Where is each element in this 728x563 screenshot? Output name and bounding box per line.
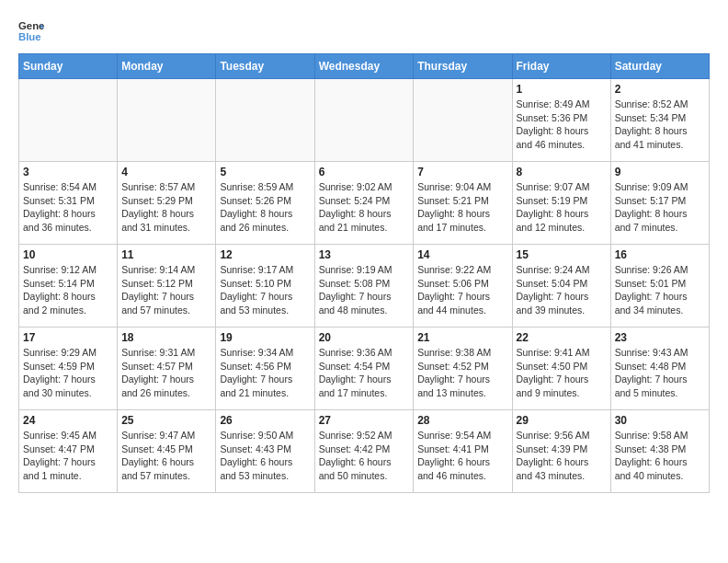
calendar-cell: 30Sunrise: 9:58 AM Sunset: 4:38 PM Dayli… (610, 410, 709, 493)
day-number: 29 (517, 414, 607, 427)
day-info: Sunrise: 9:02 AM Sunset: 5:24 PM Dayligh… (319, 180, 410, 235)
calendar-cell (19, 79, 118, 162)
calendar-header-row: SundayMondayTuesdayWednesdayThursdayFrid… (19, 54, 710, 79)
day-number: 13 (319, 248, 410, 261)
calendar-cell: 19Sunrise: 9:34 AM Sunset: 4:56 PM Dayli… (216, 327, 314, 410)
calendar-cell: 18Sunrise: 9:31 AM Sunset: 4:57 PM Dayli… (118, 327, 216, 410)
calendar-cell: 26Sunrise: 9:50 AM Sunset: 4:43 PM Dayli… (216, 410, 314, 493)
day-info: Sunrise: 9:38 AM Sunset: 4:52 PM Dayligh… (417, 346, 507, 400)
day-info: Sunrise: 8:57 AM Sunset: 5:29 PM Dayligh… (121, 180, 211, 235)
day-number: 6 (319, 166, 410, 178)
calendar-cell: 24Sunrise: 9:45 AM Sunset: 4:47 PM Dayli… (19, 410, 118, 493)
calendar-cell: 11Sunrise: 9:14 AM Sunset: 5:12 PM Dayli… (118, 245, 216, 327)
day-number: 20 (319, 331, 410, 344)
calendar-cell (414, 79, 512, 162)
day-info: Sunrise: 9:12 AM Sunset: 5:14 PM Dayligh… (23, 263, 113, 317)
svg-text:Blue: Blue (18, 31, 41, 42)
calendar-cell (216, 79, 314, 162)
day-info: Sunrise: 9:34 AM Sunset: 4:56 PM Dayligh… (220, 346, 310, 400)
header-thursday: Thursday (414, 54, 512, 79)
day-info: Sunrise: 9:19 AM Sunset: 5:08 PM Dayligh… (319, 263, 410, 317)
day-info: Sunrise: 9:14 AM Sunset: 5:12 PM Dayligh… (121, 263, 211, 317)
week-row-3: 10Sunrise: 9:12 AM Sunset: 5:14 PM Dayli… (19, 245, 710, 327)
day-info: Sunrise: 9:52 AM Sunset: 4:42 PM Dayligh… (319, 429, 410, 483)
calendar-cell: 17Sunrise: 9:29 AM Sunset: 4:59 PM Dayli… (19, 327, 118, 410)
calendar-cell: 28Sunrise: 9:54 AM Sunset: 4:41 PM Dayli… (414, 410, 512, 493)
calendar-cell: 16Sunrise: 9:26 AM Sunset: 5:01 PM Dayli… (610, 245, 709, 327)
calendar-cell: 3Sunrise: 8:54 AM Sunset: 5:31 PM Daylig… (19, 162, 118, 245)
day-number: 9 (615, 166, 705, 178)
day-number: 11 (121, 248, 211, 261)
calendar-cell: 7Sunrise: 9:04 AM Sunset: 5:21 PM Daylig… (414, 162, 512, 245)
week-row-2: 3Sunrise: 8:54 AM Sunset: 5:31 PM Daylig… (19, 162, 710, 245)
header-friday: Friday (512, 54, 610, 79)
day-number: 18 (121, 331, 211, 344)
day-info: Sunrise: 9:58 AM Sunset: 4:38 PM Dayligh… (615, 429, 705, 483)
day-number: 8 (517, 166, 607, 178)
day-number: 23 (615, 331, 705, 344)
day-number: 4 (121, 166, 211, 178)
header-sunday: Sunday (19, 54, 118, 79)
calendar-cell (118, 79, 216, 162)
calendar-cell: 22Sunrise: 9:41 AM Sunset: 4:50 PM Dayli… (512, 327, 610, 410)
day-info: Sunrise: 9:47 AM Sunset: 4:45 PM Dayligh… (121, 429, 211, 483)
calendar-cell: 4Sunrise: 8:57 AM Sunset: 5:29 PM Daylig… (118, 162, 216, 245)
day-number: 28 (417, 414, 507, 427)
day-number: 10 (23, 248, 113, 261)
day-info: Sunrise: 8:52 AM Sunset: 5:34 PM Dayligh… (615, 98, 705, 152)
calendar-cell: 25Sunrise: 9:47 AM Sunset: 4:45 PM Dayli… (118, 410, 216, 493)
week-row-5: 24Sunrise: 9:45 AM Sunset: 4:47 PM Dayli… (19, 410, 710, 493)
day-number: 17 (23, 331, 113, 344)
day-info: Sunrise: 9:26 AM Sunset: 5:01 PM Dayligh… (615, 263, 705, 317)
week-row-1: 1Sunrise: 8:49 AM Sunset: 5:36 PM Daylig… (19, 79, 710, 162)
header-monday: Monday (118, 54, 216, 79)
calendar-cell: 20Sunrise: 9:36 AM Sunset: 4:54 PM Dayli… (314, 327, 414, 410)
logo-icon: General Blue (18, 18, 44, 44)
day-info: Sunrise: 9:04 AM Sunset: 5:21 PM Dayligh… (417, 180, 507, 235)
header-saturday: Saturday (610, 54, 709, 79)
day-info: Sunrise: 9:56 AM Sunset: 4:39 PM Dayligh… (517, 429, 607, 483)
calendar-cell (314, 79, 414, 162)
day-info: Sunrise: 8:49 AM Sunset: 5:36 PM Dayligh… (517, 98, 607, 152)
day-info: Sunrise: 9:31 AM Sunset: 4:57 PM Dayligh… (121, 346, 211, 400)
day-number: 22 (517, 331, 607, 344)
day-info: Sunrise: 9:54 AM Sunset: 4:41 PM Dayligh… (417, 429, 507, 483)
header-wednesday: Wednesday (314, 54, 414, 79)
calendar-cell: 5Sunrise: 8:59 AM Sunset: 5:26 PM Daylig… (216, 162, 314, 245)
day-number: 30 (615, 414, 705, 427)
calendar-cell: 27Sunrise: 9:52 AM Sunset: 4:42 PM Dayli… (314, 410, 414, 493)
day-number: 16 (615, 248, 705, 261)
day-number: 26 (220, 414, 310, 427)
day-info: Sunrise: 9:24 AM Sunset: 5:04 PM Dayligh… (517, 263, 607, 317)
day-number: 2 (615, 83, 705, 96)
day-info: Sunrise: 9:29 AM Sunset: 4:59 PM Dayligh… (23, 346, 113, 400)
calendar-cell: 15Sunrise: 9:24 AM Sunset: 5:04 PM Dayli… (512, 245, 610, 327)
calendar-cell: 6Sunrise: 9:02 AM Sunset: 5:24 PM Daylig… (314, 162, 414, 245)
calendar-cell: 8Sunrise: 9:07 AM Sunset: 5:19 PM Daylig… (512, 162, 610, 245)
day-info: Sunrise: 9:45 AM Sunset: 4:47 PM Dayligh… (23, 429, 113, 483)
day-number: 24 (23, 414, 113, 427)
day-number: 27 (319, 414, 410, 427)
day-number: 5 (220, 166, 310, 178)
header-tuesday: Tuesday (216, 54, 314, 79)
day-info: Sunrise: 9:43 AM Sunset: 4:48 PM Dayligh… (615, 346, 705, 400)
svg-text:General: General (18, 20, 44, 31)
calendar-cell: 23Sunrise: 9:43 AM Sunset: 4:48 PM Dayli… (610, 327, 709, 410)
day-info: Sunrise: 9:50 AM Sunset: 4:43 PM Dayligh… (220, 429, 310, 483)
week-row-4: 17Sunrise: 9:29 AM Sunset: 4:59 PM Dayli… (19, 327, 710, 410)
calendar-cell: 29Sunrise: 9:56 AM Sunset: 4:39 PM Dayli… (512, 410, 610, 493)
day-number: 12 (220, 248, 310, 261)
day-info: Sunrise: 9:07 AM Sunset: 5:19 PM Dayligh… (517, 180, 607, 235)
calendar-cell: 10Sunrise: 9:12 AM Sunset: 5:14 PM Dayli… (19, 245, 118, 327)
day-info: Sunrise: 9:17 AM Sunset: 5:10 PM Dayligh… (220, 263, 310, 317)
day-number: 7 (417, 166, 507, 178)
calendar-cell: 12Sunrise: 9:17 AM Sunset: 5:10 PM Dayli… (216, 245, 314, 327)
day-number: 15 (517, 248, 607, 261)
day-info: Sunrise: 9:36 AM Sunset: 4:54 PM Dayligh… (319, 346, 410, 400)
day-number: 1 (517, 83, 607, 96)
day-info: Sunrise: 9:09 AM Sunset: 5:17 PM Dayligh… (615, 180, 705, 235)
day-number: 19 (220, 331, 310, 344)
day-info: Sunrise: 9:41 AM Sunset: 4:50 PM Dayligh… (517, 346, 607, 400)
day-info: Sunrise: 8:59 AM Sunset: 5:26 PM Dayligh… (220, 180, 310, 235)
calendar-cell: 14Sunrise: 9:22 AM Sunset: 5:06 PM Dayli… (414, 245, 512, 327)
